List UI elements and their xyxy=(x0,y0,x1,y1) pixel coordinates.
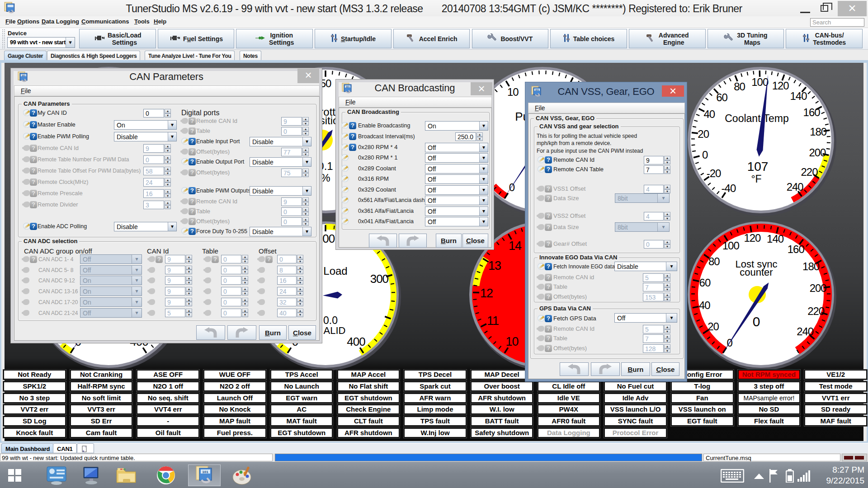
svg-text:100: 100 xyxy=(722,239,740,252)
svg-text:Load: Load xyxy=(323,265,347,277)
svg-text:240: 240 xyxy=(787,181,804,193)
svg-text:200: 200 xyxy=(809,146,826,159)
svg-text:Coolant Temp: Coolant Temp xyxy=(725,113,789,124)
svg-text:40: 40 xyxy=(703,108,715,120)
svg-text:10: 10 xyxy=(507,86,519,98)
svg-text:13: 13 xyxy=(488,259,501,272)
svg-text:80: 80 xyxy=(708,255,720,267)
svg-text:0: 0 xyxy=(753,314,760,329)
svg-text:400: 400 xyxy=(347,335,365,348)
svg-text:60: 60 xyxy=(716,91,727,103)
svg-text:200: 200 xyxy=(810,282,827,294)
svg-text:counter: counter xyxy=(740,267,773,278)
svg-text:120: 120 xyxy=(744,232,761,244)
svg-text:140: 140 xyxy=(790,90,807,102)
svg-text:107: 107 xyxy=(747,160,769,174)
svg-text:220: 220 xyxy=(807,305,825,317)
svg-text:-40: -40 xyxy=(722,182,736,194)
svg-text:0: 0 xyxy=(702,149,708,161)
svg-text:60: 60 xyxy=(699,277,711,289)
svg-text:80: 80 xyxy=(734,80,745,93)
svg-text:140: 140 xyxy=(767,233,784,245)
svg-text:20: 20 xyxy=(708,320,719,333)
svg-text:100: 100 xyxy=(751,76,769,88)
svg-text:220: 220 xyxy=(801,166,818,178)
svg-text:120: 120 xyxy=(772,80,789,92)
svg-text:40: 40 xyxy=(699,299,710,311)
svg-text:180: 180 xyxy=(802,260,820,272)
svg-text:11: 11 xyxy=(487,314,499,328)
svg-text:°F: °F xyxy=(751,173,761,185)
svg-text:14: 14 xyxy=(509,239,522,253)
svg-text:10: 10 xyxy=(505,335,518,348)
svg-text:12: 12 xyxy=(480,286,493,300)
svg-text:180: 180 xyxy=(810,126,827,138)
svg-text:160: 160 xyxy=(788,243,805,255)
svg-text:240: 240 xyxy=(797,325,814,338)
svg-text:101: 101 xyxy=(202,470,208,474)
svg-text:160: 160 xyxy=(803,106,821,118)
svg-text:ALID: ALID xyxy=(324,325,346,336)
svg-text:300: 300 xyxy=(370,272,389,286)
svg-text:20: 20 xyxy=(698,128,709,140)
svg-text:-20: -20 xyxy=(707,167,721,179)
